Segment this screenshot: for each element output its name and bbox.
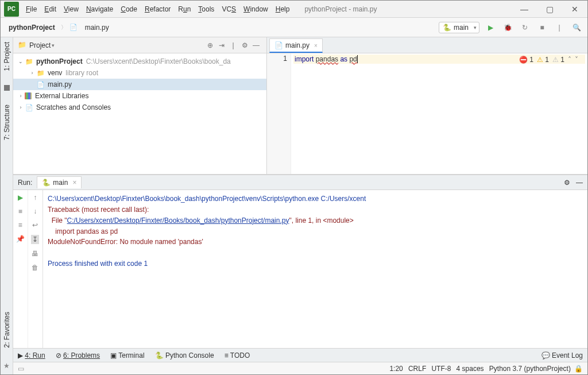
inspection-widget[interactable]: ⛔ 1 ⚠ 1 ⚠ 1 ˄ ˅ (519, 56, 578, 64)
editor-body[interactable]: 1 import pandas as pd ⛔ 1 ⚠ 1 ⚠ 1 ˄ ˅ (267, 53, 587, 174)
locate-icon[interactable]: ⊕ (204, 41, 216, 49)
menu-window[interactable]: Window (240, 3, 272, 16)
tree-venv[interactable]: › 📁 venv library root (13, 67, 266, 79)
minimize-button[interactable]: — (512, 1, 537, 18)
folder-icon: 📁 (36, 68, 45, 78)
breadcrumb-project[interactable]: pythonProject (5, 22, 59, 33)
project-header: 📁 Project ▾ ⊕ ⇥ | ⚙ — (13, 37, 266, 53)
run-tab-main[interactable]: 🐍 main × (37, 176, 82, 188)
tree-mainpy[interactable]: 📄 main.py (13, 79, 266, 90)
console-exit-line: Process finished with exit code 1 (48, 260, 148, 268)
stop-button[interactable]: ■ (536, 21, 548, 34)
caret-right-icon[interactable]: › (17, 93, 25, 99)
menu-code[interactable]: Code (117, 3, 141, 16)
tool-tab-python-console[interactable]: 🐍 Python Console (155, 351, 214, 359)
menu-file[interactable]: File (22, 3, 40, 16)
interpreter[interactable]: Python 3.7 (pythonProject) (489, 365, 571, 373)
tool-tab-todo[interactable]: ≡ TODO (225, 351, 250, 359)
lock-icon[interactable]: 🔒 (574, 365, 583, 373)
next-highlight-icon[interactable]: ˅ (575, 56, 578, 64)
warning-badge[interactable]: ⚠ 1 (537, 56, 549, 64)
run-button[interactable]: ▶ (484, 21, 497, 34)
scratches-label: Scratches and Consoles (36, 103, 111, 111)
bottom-tool-tabs: ▶ 4: Run ⊘ 6: Problems ▣ Terminal 🐍 Pyth… (13, 348, 587, 362)
app-logo: PC (4, 2, 19, 17)
gear-icon[interactable]: ⚙ (564, 179, 570, 187)
soft-wrap-icon[interactable]: ↩ (32, 221, 38, 229)
rerun-button[interactable]: ▶ (18, 194, 23, 202)
weak-warning-badge[interactable]: ⚠ 1 (552, 56, 564, 64)
menu-navigate[interactable]: Navigate (83, 3, 117, 16)
menu-edit[interactable]: Edit (41, 3, 60, 16)
project-view-title[interactable]: Project (29, 41, 51, 49)
tool-tab-terminal[interactable]: ▣ Terminal (110, 351, 144, 359)
console-file-link[interactable]: C:/Users/xcent/Desktop/Finxter/Books/boo… (67, 217, 289, 225)
maximize-button[interactable]: ▢ (537, 1, 562, 18)
coverage-button[interactable]: ↻ (519, 21, 531, 34)
menu-vcs[interactable]: VCS (218, 3, 239, 16)
menu-help[interactable]: Help (272, 3, 293, 16)
line-ending[interactable]: CRLF (408, 365, 426, 373)
layout-icon[interactable]: ≡ (18, 221, 22, 229)
folder-icon: 📁 (25, 57, 34, 66)
collapse-all-icon[interactable]: | (227, 41, 239, 49)
caret-right-icon[interactable]: › (28, 70, 36, 76)
code-area[interactable]: import pandas as pd (291, 53, 587, 174)
tree-scratches[interactable]: › 📄 Scratches and Consoles (13, 102, 266, 113)
debug-button[interactable]: 🐞 (501, 21, 514, 34)
window-title: pythonProject - main.py (304, 5, 377, 13)
navigation-bar: pythonProject 〉 📄 main.py 🐍 main ▶ 🐞 ↻ ■… (1, 18, 587, 37)
search-everywhere-button[interactable]: 🔍 (570, 21, 583, 34)
close-run-tab-icon[interactable]: × (72, 179, 76, 187)
scroll-to-end-icon[interactable]: ↧ (31, 235, 39, 244)
event-log-button[interactable]: 💬 Event Log (541, 351, 583, 359)
editor-tabs: 📄 main.py × (267, 37, 587, 53)
tool-tab-project[interactable]: 1: Project (2, 40, 12, 74)
run-config-dropdown[interactable]: 🐍 main (439, 22, 479, 33)
down-arrow-icon[interactable]: ↓ (33, 207, 37, 215)
project-tree[interactable]: ⌄ 📁 pythonProject C:\Users\xcent\Desktop… (13, 53, 266, 174)
tree-root[interactable]: ⌄ 📁 pythonProject C:\Users\xcent\Desktop… (13, 56, 266, 67)
prev-highlight-icon[interactable]: ˄ (568, 56, 571, 64)
mainpy-label: main.py (48, 80, 72, 88)
caret-down-icon[interactable]: ⌄ (17, 59, 25, 64)
tree-ext-libraries[interactable]: › External Libraries (13, 90, 266, 102)
tool-tab-structure[interactable]: 7: Structure (2, 102, 12, 142)
ext-libs-label: External Libraries (35, 92, 88, 100)
gear-icon[interactable]: ⚙ (239, 41, 250, 49)
menu-tools[interactable]: Tools (195, 3, 218, 16)
run-title: Run: (18, 179, 32, 187)
menu-run[interactable]: Run (175, 3, 194, 16)
hide-button[interactable]: — (250, 41, 262, 49)
console-output[interactable]: C:\Users\xcent\Desktop\Finxter\Books\boo… (43, 190, 587, 348)
python-file-icon: 📄 (274, 41, 283, 49)
close-tab-icon[interactable]: × (314, 42, 318, 49)
pin-icon[interactable]: 📌 (16, 235, 25, 243)
menu-view[interactable]: View (60, 3, 82, 16)
breadcrumb-file[interactable]: main.py (82, 22, 113, 33)
expand-all-icon[interactable]: ⇥ (216, 41, 227, 49)
unresolved-module: pandas (316, 55, 338, 63)
encoding[interactable]: UTF-8 (431, 365, 451, 373)
menu-refactor[interactable]: Refactor (141, 3, 174, 16)
status-icon[interactable]: ▭ (18, 365, 24, 373)
close-button[interactable]: ✕ (562, 1, 587, 18)
title-bar: PC File Edit View Navigate Code Refactor… (1, 1, 587, 18)
indent[interactable]: 4 spaces (457, 365, 484, 373)
project-root-path: C:\Users\xcent\Desktop\Finxter\Books\boo… (86, 57, 231, 65)
tool-tab-favorites[interactable]: 2: Favorites (2, 310, 12, 350)
hide-button[interactable]: — (576, 179, 583, 187)
project-view-dropdown-icon[interactable]: ▾ (52, 42, 55, 48)
stop-button[interactable]: ■ (18, 207, 22, 215)
error-badge[interactable]: ⛔ 1 (519, 56, 533, 64)
up-arrow-icon[interactable]: ↑ (33, 194, 37, 202)
tool-tab-run[interactable]: ▶ 4: Run (18, 351, 45, 359)
tool-tab-problems[interactable]: ⊘ 6: Problems (56, 351, 100, 359)
caret-right-icon[interactable]: › (17, 105, 25, 110)
chevron-right-icon: 〉 (61, 24, 67, 32)
print-icon[interactable]: 🖶 (32, 250, 38, 258)
python-icon: 🐍 (443, 24, 451, 32)
trash-icon[interactable]: 🗑 (32, 264, 38, 272)
caret-position[interactable]: 1:20 (389, 365, 403, 373)
editor-tab-mainpy[interactable]: 📄 main.py × (269, 38, 323, 53)
